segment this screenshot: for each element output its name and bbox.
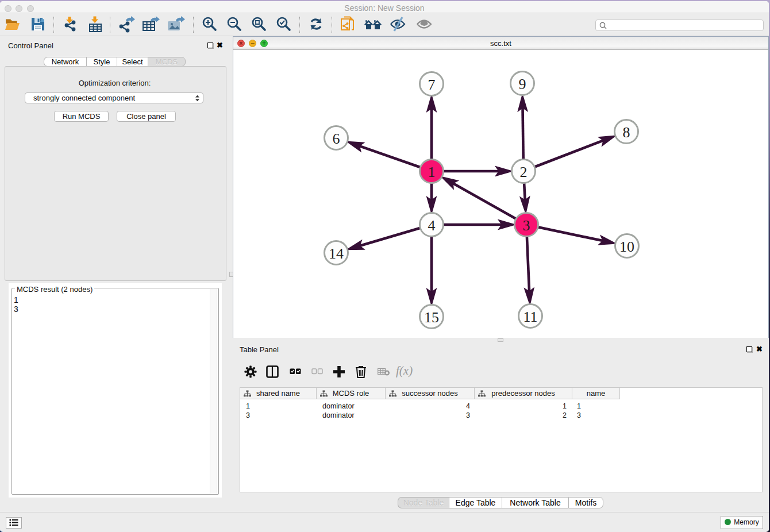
svg-text:10: 10: [619, 238, 634, 255]
svg-text:1: 1: [428, 164, 436, 180]
svg-text:7: 7: [428, 76, 436, 93]
svg-text:2: 2: [520, 164, 528, 180]
svg-text:15: 15: [424, 309, 439, 326]
svg-text:4: 4: [428, 217, 436, 234]
svg-text:6: 6: [333, 130, 340, 147]
svg-text:9: 9: [519, 76, 526, 92]
svg-text:14: 14: [329, 245, 344, 262]
svg-text:3: 3: [523, 217, 530, 234]
svg-text:11: 11: [523, 309, 537, 325]
svg-text:8: 8: [623, 124, 630, 141]
